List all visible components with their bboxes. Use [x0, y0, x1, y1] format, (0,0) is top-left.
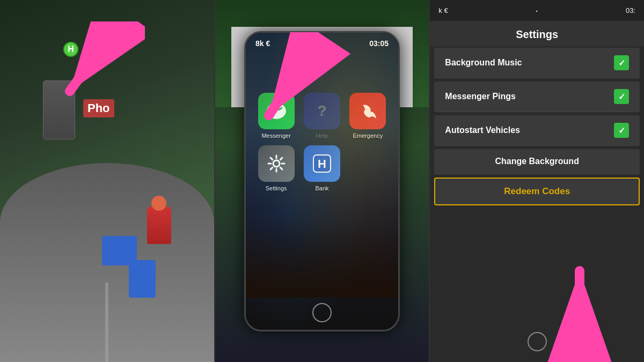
road-stripe: [105, 283, 108, 363]
app-help[interactable]: ? Help: [302, 93, 341, 139]
settings-item-autostart-vehicles[interactable]: Autostart Vehicles ✓: [434, 115, 640, 146]
settings-item-messenger-pings[interactable]: Messenger Pings ✓: [434, 82, 640, 112]
phone-building: [43, 80, 75, 139]
help-icon: ?: [304, 93, 340, 129]
settings-item-background-music[interactable]: Background Music ✓: [434, 48, 640, 78]
redeem-codes-button[interactable]: Redeem Codes: [434, 178, 640, 205]
panel-3-inner: k € · 03: Settings Background Music ✓ Me…: [430, 0, 644, 362]
change-background-label: Change Background: [495, 157, 579, 166]
autostart-vehicles-checkbox[interactable]: ✓: [614, 123, 629, 138]
phone-frame: 8k € · 03:05 Messenger ? Hel: [244, 31, 400, 331]
svg-point-4: [273, 160, 280, 167]
settings-label: Settings: [266, 185, 287, 191]
p3-currency: k €: [438, 6, 448, 14]
svg-text:H: H: [318, 157, 326, 171]
phone-apps-grid: Messenger ? Help Emergency: [246, 84, 398, 200]
help-label: Help: [316, 132, 328, 139]
car-area: [246, 217, 398, 298]
autostart-vehicles-label: Autostart Vehicles: [445, 125, 520, 135]
messenger-label: Messenger: [261, 132, 290, 139]
phone-dot: ·: [319, 39, 321, 48]
p3-dot: ·: [536, 4, 539, 17]
bank-label: Bank: [315, 185, 328, 191]
phone-home-button[interactable]: [312, 303, 332, 322]
messenger-pings-label: Messenger Pings: [445, 92, 516, 101]
p3-bottom-area: [430, 207, 644, 362]
svg-point-2: [267, 103, 286, 119]
panel-1-game-world: H Pho: [0, 0, 214, 362]
background-music-checkbox[interactable]: ✓: [614, 55, 629, 70]
phone-time: 03:05: [369, 39, 389, 48]
emergency-icon: [349, 93, 386, 129]
pho-label: Pho: [83, 99, 114, 117]
phone-screen: 8k € · 03:05 Messenger ? Hel: [246, 33, 398, 330]
blue-box-2: [129, 260, 156, 298]
app-messenger[interactable]: Messenger: [257, 93, 296, 139]
p3-time: 03:: [626, 6, 635, 14]
app-emergency[interactable]: Emergency: [348, 93, 387, 139]
change-background-button[interactable]: Change Background: [434, 149, 640, 174]
emergency-label: Emergency: [353, 132, 383, 139]
messenger-icon: [258, 93, 295, 129]
p3-home-button[interactable]: [528, 332, 547, 351]
red-figure-head: [151, 196, 166, 211]
panel-2-phone: 8k € · 03:05 Messenger ? Hel: [214, 0, 430, 362]
h-sign: H: [63, 42, 78, 57]
settings-title: Settings: [430, 21, 644, 46]
red-figure: [147, 206, 171, 244]
status-bar-3: k € · 03:: [430, 0, 644, 21]
redeem-codes-label: Redeem Codes: [504, 186, 570, 197]
app-bank[interactable]: H Bank: [302, 145, 341, 191]
bank-icon: H: [304, 145, 340, 182]
phone-status-bar: 8k € · 03:05: [246, 33, 398, 52]
messenger-pings-checkbox[interactable]: ✓: [614, 89, 629, 104]
settings-icon: [258, 145, 295, 182]
panel-3-settings: k € · 03: Settings Background Music ✓ Me…: [430, 0, 644, 362]
background-music-label: Background Music: [445, 58, 522, 68]
svg-line-1: [70, 32, 113, 91]
phone-money: 8k €: [255, 39, 270, 48]
app-settings[interactable]: Settings: [257, 145, 296, 191]
